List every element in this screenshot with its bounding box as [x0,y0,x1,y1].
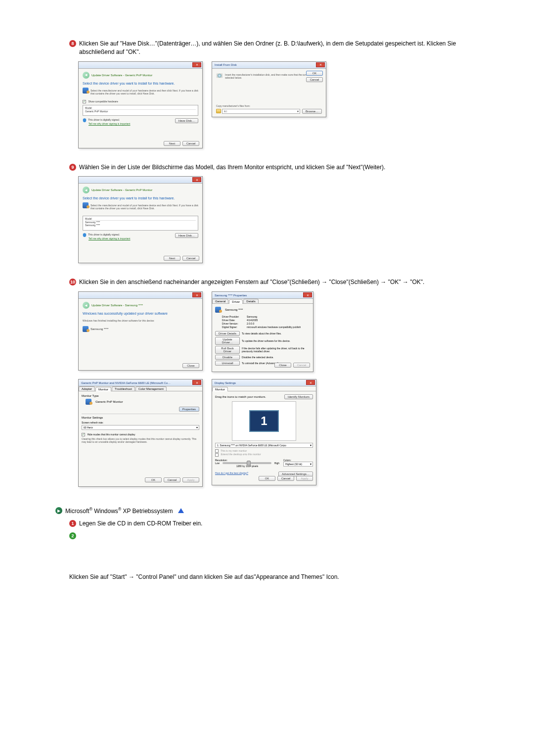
identify-button[interactable]: Identify Monitors [284,394,313,399]
path-value: A:\ [224,110,227,113]
list-item[interactable]: Samsung **** [85,224,196,227]
dialog-monitor-props: Generic PnP Monitor and NVIDIA GeForce 6… [78,379,203,487]
close-button[interactable]: Close [182,363,199,368]
monitor-settings-label: Monitor Settings [82,416,199,419]
monitor-arrange-box[interactable]: 1 [232,401,296,441]
checkbox-label: This is my main monitor [221,449,247,452]
tab-monitor[interactable]: Monitor [212,387,228,391]
list-header: Model [85,217,196,221]
dialog-display-settings: Display Settings ✕ Monitor Drag the icon… [212,379,316,485]
sign-link[interactable]: Tell me why driver signing is important [89,122,130,125]
close-icon[interactable]: ✕ [306,380,315,385]
disable-button[interactable]: Disable [215,355,240,360]
ok-button[interactable]: OK [306,71,323,76]
refresh-rate-select[interactable]: 60 Hertz [82,425,199,430]
have-disk-button[interactable]: Have Disk… [175,233,198,238]
checkbox-compat[interactable] [83,100,86,103]
driver-details-button[interactable]: Driver Details [215,331,240,336]
cancel-button[interactable]: Cancel [277,476,294,481]
sign-link[interactable]: Tell me why driver signing is important [89,237,130,240]
ok-button[interactable]: OK [259,476,275,481]
monitor-number: 1 [261,414,267,428]
checkbox-extend [215,453,219,457]
sign-text: This driver is digitally signed. [88,118,120,121]
cancel-button[interactable]: Cancel [182,256,199,261]
apply-button[interactable]: Apply [182,477,199,482]
device-name: Samsung **** [225,308,243,311]
advanced-button[interactable]: Advanced Settings… [278,472,313,476]
update-driver-button[interactable]: Update Driver… [215,337,240,345]
close-icon[interactable]: ✕ [192,292,201,297]
titlebar: Samsung **** Properties ✕ [212,292,313,299]
titlebar-text: Generic PnP Monitor and NVIDIA GeForce 6… [81,381,180,384]
dialog-body: Select the manufacturer and model of you… [90,204,198,210]
cancel-button[interactable]: Cancel [293,363,310,368]
checkbox-hidemodes[interactable] [82,433,85,436]
monitor-select[interactable]: 1. Samsung **** on NVIDIA GeForce 6600 L… [215,443,313,448]
model-listbox[interactable]: Model Generic PnP Monitor [83,105,198,116]
cancel-button[interactable]: Cancel [306,77,323,82]
path-dropdown[interactable]: A:\ [222,109,300,114]
device-icon [83,326,89,332]
list-item[interactable]: Generic PnP Monitor [85,110,196,113]
xp-step1-text: Legen Sie die CD in dem CD-ROM Treiber e… [79,520,465,528]
dialog-install-disk: Install From Disk ✕ Insert the manufactu… [212,61,326,117]
apply-button[interactable]: Apply [296,476,313,481]
rollback-button[interactable]: Roll Back Driver [215,346,240,354]
dialog-properties: Samsung **** Properties ✕ General Driver… [212,291,313,372]
checkbox-label: Extend the desktop onto this monitor [221,453,261,456]
copy-label: Copy manufacturer's files from: [216,104,322,107]
dialog-select-model: ✕ ◄ Update Driver Software - Generic PnP… [78,176,203,263]
colors-select[interactable]: Highest (32 bit) [283,462,313,467]
titlebar: Install From Disk ✕ [212,62,326,69]
resolution-slider[interactable] [222,462,271,464]
tab-driver[interactable]: Driver [229,299,243,304]
dialog-heading: Select the device driver you want to ins… [83,82,198,85]
close-button[interactable]: Close [274,363,291,368]
model-listbox[interactable]: Model Samsung **** Samsung **** [83,216,198,231]
section-arrow-icon: ▶ [55,507,62,514]
success-heading: Windows has successfully updated your dr… [83,312,198,315]
next-button[interactable]: Next [164,141,180,146]
close-icon[interactable]: ✕ [303,292,312,297]
tab-monitor[interactable]: Monitor [95,387,111,391]
lbl: Digital Signer: [222,326,247,329]
browse-button[interactable]: Browse… [302,109,322,114]
shield-icon [83,118,87,122]
ok-button[interactable]: OK [145,477,162,482]
xp-header: Microsoft® Windows® XP Betriebssystem [65,508,173,515]
lbl: Driver Version: [222,322,247,325]
best-display-link[interactable]: How do I get the best display? [215,472,248,476]
breadcrumb-text: Update Driver Software - Generic PnP Mon… [91,189,152,191]
close-icon[interactable]: ✕ [316,62,325,67]
titlebar: ✕ [79,62,202,69]
tab-colormgmt[interactable]: Color Management [135,386,167,391]
have-disk-button[interactable]: Have Disk… [175,118,198,123]
tab-general[interactable]: General [212,299,228,303]
device-name: Samsung **** [90,328,108,331]
back-arrow-icon[interactable]: ◄ [83,302,89,309]
monitor-1-icon[interactable]: 1 [249,410,279,432]
monitor-select-value: 1. Samsung **** on NVIDIA GeForce 6600 L… [217,444,306,447]
tab-adapter[interactable]: Adapter [79,386,95,391]
back-arrow-icon[interactable]: ◄ [83,187,89,193]
tab-details[interactable]: Details [243,299,258,303]
properties-button[interactable]: Properties [179,407,199,412]
desc: To update the driver software for this d… [242,339,310,342]
tab-troubleshoot[interactable]: Troubleshoot [112,386,135,391]
hidemodes-desc: Clearing this check box allows you to se… [82,437,199,443]
close-icon[interactable]: ✕ [192,380,201,385]
cancel-button[interactable]: Cancel [164,477,180,482]
cancel-button[interactable]: Cancel [182,141,199,146]
lbl: Driver Date: [222,319,247,322]
checkbox-label: Hide modes that this monitor cannot disp… [87,433,135,436]
back-arrow-icon[interactable]: ◄ [83,72,89,79]
device-icon [215,307,221,313]
next-button[interactable]: Next [164,256,180,261]
desc: Disables the selected device. [242,356,310,359]
close-icon[interactable]: ✕ [192,62,201,67]
checkbox-label: Show compatible hardware [88,100,118,103]
device-icon [86,399,91,405]
close-icon[interactable]: ✕ [192,177,201,182]
uninstall-button[interactable]: Uninstall [215,361,240,366]
